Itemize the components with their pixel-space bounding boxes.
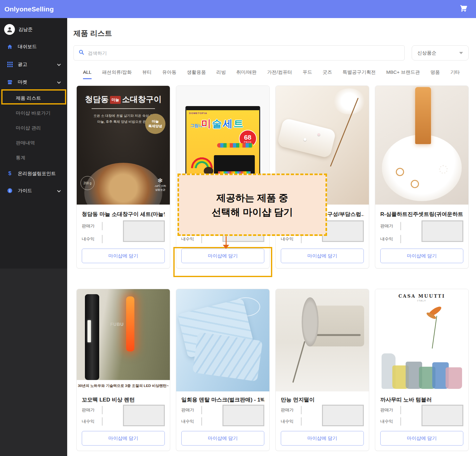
redacted-price-box — [421, 220, 463, 242]
sidebar-subitem-label: 통계 — [16, 155, 25, 161]
sidebar-item-dashboard[interactable]: 대쉬보드 — [0, 38, 67, 55]
add-to-myshop-button[interactable]: 마이샵에 담기 — [281, 249, 364, 263]
decorative-shape — [446, 367, 462, 389]
tab-fashion[interactable]: 패션의류/잡화 — [102, 69, 132, 79]
add-to-myshop-button[interactable]: 마이샵에 담기 — [82, 249, 165, 263]
tab-etc[interactable]: 기타 — [450, 69, 460, 79]
sidebar-item-statistics[interactable]: 통계 — [0, 150, 67, 165]
image-brand-text: CASA MUUTTI — [375, 294, 468, 299]
decorative-glasses — [379, 352, 465, 389]
sidebar-item-label: 광고 — [18, 61, 27, 67]
stamp-badge: 마늘 — [110, 96, 121, 104]
product-info: R-심플하트진주셋트링(귀여운하트반… 판매가 내수익 — [375, 205, 468, 243]
image-brand-text: FUBU — [110, 322, 124, 327]
category-tabs: ALL 패션의류/잡화 뷰티 유아동 생활용품 리빙 취미/애완 가전/컴퓨터 … — [74, 69, 469, 79]
product-image — [375, 86, 468, 205]
divider — [202, 235, 202, 243]
tab-hobby-pets[interactable]: 취미/애완 — [236, 69, 257, 79]
divider — [102, 222, 102, 230]
sale-price-label: 판매가 — [380, 407, 397, 413]
product-title: 만능 먼지떨이 — [281, 396, 364, 403]
profit-label: 내수익 — [82, 236, 98, 242]
add-to-myshop-button[interactable]: 마이샵에 담기 — [82, 431, 165, 446]
sale-price-label: 판매가 — [82, 407, 98, 413]
sidebar-item-points[interactable]: $ 온리원셀링포인트 — [0, 165, 67, 182]
decorative-shape — [192, 332, 263, 382]
sidebar-item-label: 가이드 — [18, 188, 32, 194]
decorative-shape — [126, 296, 134, 352]
tab-all[interactable]: ALL — [83, 69, 92, 79]
decorative-shape — [333, 88, 365, 115]
decorative-ring — [439, 165, 448, 174]
sidebar-subitem-label: 판매내역 — [16, 140, 35, 146]
redacted-price-box — [421, 405, 463, 426]
sort-dropdown[interactable]: 신상품순 — [412, 45, 469, 60]
tab-luxury[interactable]: 명품 — [430, 69, 440, 79]
decorative-shape — [302, 297, 318, 346]
add-to-myshop-button[interactable]: 마이샵에 담기 — [380, 431, 463, 446]
decorative-rainbow — [188, 155, 215, 168]
search-box — [74, 45, 405, 60]
avatar — [4, 24, 15, 35]
decorative-ring — [396, 168, 404, 176]
redacted-price-box — [123, 405, 165, 426]
product-image — [276, 289, 369, 391]
caret-down-icon — [459, 52, 463, 54]
tab-electronics[interactable]: 가전/컴퓨터 — [267, 69, 292, 79]
image-brand-text: DOMETOPIA — [189, 112, 207, 115]
tab-kids[interactable]: 유아동 — [162, 69, 177, 79]
tab-food[interactable]: 푸드 — [303, 69, 312, 79]
divider — [92, 108, 155, 109]
sidebar-item-sales-history[interactable]: 판매내역 — [0, 136, 67, 150]
tab-beauty[interactable]: 뷰티 — [142, 69, 152, 79]
product-card: FUBU 30년의 노하우와 기술력으로 3중 조절의 LED 비상렌턴~ 꼬모… — [76, 289, 170, 451]
product-card: 일회용 덴탈 마스크(벌크판매) - 1박스(2… 판매가 내수익 마이샵에 담… — [176, 289, 270, 451]
tab-living[interactable]: 리빙 — [216, 69, 226, 79]
tab-household[interactable]: 생활용품 — [187, 69, 206, 79]
product-title: 청담동 마늘 소대창구이 세트(마늘양… — [82, 211, 165, 217]
divider — [202, 417, 202, 426]
product-info: 만능 먼지떨이 판매가 내수익 — [276, 391, 369, 426]
product-image — [176, 289, 269, 391]
profit-label: 내수익 — [181, 419, 198, 424]
sidebar-item-myshop-manage[interactable]: 마이샵 관리 — [0, 121, 67, 136]
top-bar: OnlyoneSelling — [0, 0, 476, 18]
redacted-price-box — [322, 405, 364, 426]
sidebar-subitem-label: 마이샵 바로가기 — [16, 110, 50, 116]
add-to-myshop-button[interactable]: 마이샵에 담기 — [281, 431, 364, 446]
sidebar-item-market[interactable]: 마켓 — [0, 73, 67, 91]
product-image: FUBU 30년의 노하우와 기술력으로 3중 조절의 LED 비상렌턴~ — [77, 289, 170, 391]
page-title: 제품 리스트 — [74, 28, 469, 38]
redacted-price-box — [123, 220, 165, 242]
divider — [102, 235, 102, 243]
tab-goods[interactable]: 굿즈 — [323, 69, 332, 79]
sale-price-label: 판매가 — [380, 223, 397, 229]
add-to-myshop-button[interactable]: 마이샵에 담기 — [380, 249, 463, 263]
controls-row: 신상품순 — [74, 45, 469, 60]
product-card: R-심플하트진주셋트링(귀여운하트반… 판매가 내수익 마이샵에 담기 — [375, 86, 469, 269]
redacted-price-box — [322, 220, 364, 242]
decorative-shape — [217, 143, 254, 148]
decorative-shape — [85, 294, 99, 380]
button-highlight-frame — [173, 247, 272, 277]
decorative-food-photo — [84, 163, 163, 205]
product-image: 청담동마늘소대창구이 오픈 소 대창에 초벌 삶기와 저온 숙성 후 마늘, 후… — [77, 86, 170, 205]
sidebar-item-ads[interactable]: 광고 — [0, 55, 67, 73]
decorative-shape — [314, 334, 361, 336]
cart-icon[interactable] — [459, 4, 468, 14]
profit-label: 내수익 — [380, 419, 397, 424]
image-title-text: 미술세트 — [201, 117, 244, 130]
sidebar-item-guide[interactable]: 가이드 — [0, 182, 67, 200]
sidebar-item-label: 대쉬보드 — [18, 44, 37, 50]
profit-label: 내수익 — [281, 236, 297, 242]
product-info: 꼬모떽 LED 비상 렌턴 판매가 내수익 — [77, 391, 170, 426]
search-input[interactable] — [88, 50, 400, 56]
sidebar-item-myshop-shortcut[interactable]: 마이샵 바로가기 — [0, 106, 67, 121]
tab-special[interactable]: 특별공구기획전 — [343, 69, 376, 79]
sale-price-label: 판매가 — [181, 407, 198, 413]
sort-selected-value: 신상품순 — [417, 50, 436, 56]
app-brand: OnlyoneSelling — [4, 5, 54, 13]
tab-mbc-brand[interactable]: MBC+ 브랜드관 — [386, 69, 420, 79]
image-caption: 30년의 노하우와 기술력으로 3중 조절의 LED 비상렌턴~ — [77, 380, 170, 391]
add-to-myshop-button[interactable]: 마이샵에 담기 — [181, 431, 264, 446]
